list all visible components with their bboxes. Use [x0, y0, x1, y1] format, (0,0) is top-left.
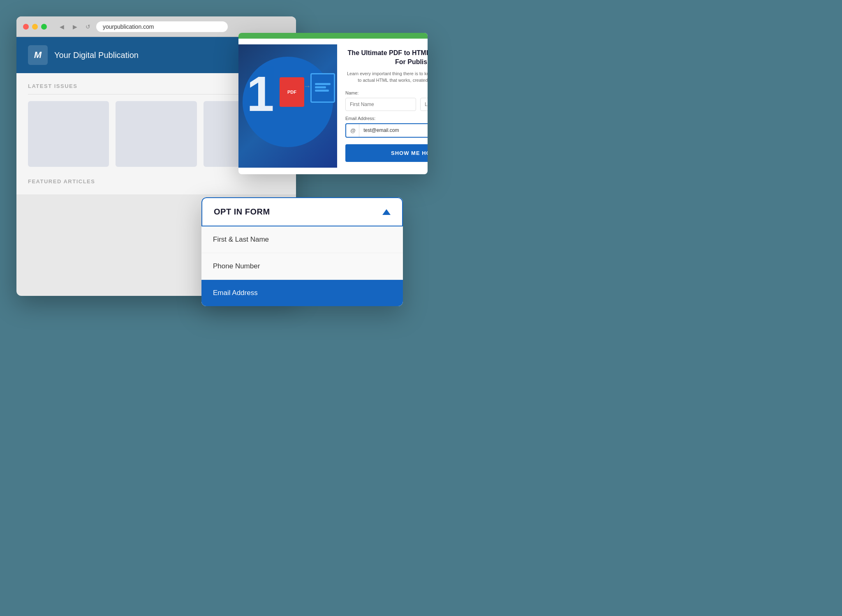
email-input[interactable]	[359, 124, 428, 136]
modal-subtitle: Learn every important thing there is to …	[345, 70, 428, 84]
arrow-icon: →	[303, 82, 311, 91]
html-icon	[310, 73, 335, 103]
publication-logo: M	[28, 45, 48, 65]
name-label: Name:	[345, 90, 428, 95]
cover-number: 1	[247, 69, 274, 118]
back-button[interactable]: ◀	[57, 22, 67, 32]
minimize-button[interactable]	[32, 24, 38, 30]
show-me-label: SHOW ME HOW	[391, 150, 428, 156]
first-name-input[interactable]	[345, 98, 416, 111]
chevron-up-icon	[382, 209, 391, 215]
issue-card-1[interactable]	[28, 101, 109, 167]
pdf-icon: PDF	[280, 77, 304, 107]
dropdown-items: First & Last Name Phone Number Email Add…	[201, 226, 403, 306]
modal-cover: 1 PDF →	[238, 44, 337, 168]
featured-articles-label: FEATURED ARTICLES	[28, 178, 285, 185]
modal-green-bar	[238, 33, 428, 39]
at-symbol: @	[346, 124, 359, 137]
dropdown-item-email-address[interactable]: Email Address	[201, 280, 403, 306]
dropdown-title: OPT IN FORM	[214, 207, 270, 217]
modal-title: The Ultimate PDF to HTML Conversion Guid…	[345, 48, 428, 67]
issue-card-2[interactable]	[116, 101, 197, 167]
last-name-input[interactable]	[420, 98, 428, 111]
close-button[interactable]	[23, 24, 29, 30]
html-lines	[315, 83, 331, 93]
publication-title: Your Digital Publication	[54, 51, 139, 60]
show-me-how-button[interactable]: SHOW ME HOW →	[345, 144, 428, 162]
html-line-2	[315, 86, 326, 88]
browser-nav: ◀ ▶ ↺ yourpublication.com	[57, 21, 289, 32]
name-row	[345, 98, 428, 111]
html-line-3	[315, 90, 329, 92]
dropdown-header[interactable]: OPT IN FORM	[201, 197, 403, 226]
dropdown-container: OPT IN FORM First & Last Name Phone Numb…	[201, 197, 403, 306]
email-label: Email Address:	[345, 116, 428, 121]
email-row: @	[345, 123, 428, 138]
maximize-button[interactable]	[41, 24, 47, 30]
html-line-1	[315, 83, 331, 85]
modal-content: The Ultimate PDF to HTML Conversion Guid…	[337, 39, 428, 174]
refresh-button[interactable]: ↺	[83, 22, 93, 32]
address-bar[interactable]: yourpublication.com	[96, 21, 228, 32]
forward-button[interactable]: ▶	[70, 22, 80, 32]
dropdown-item-phone-number[interactable]: Phone Number	[201, 253, 403, 280]
modal-container: 1 PDF → The Ultimate PDF to HTML Convers…	[238, 33, 428, 174]
dropdown-item-first-last-name[interactable]: First & Last Name	[201, 226, 403, 253]
